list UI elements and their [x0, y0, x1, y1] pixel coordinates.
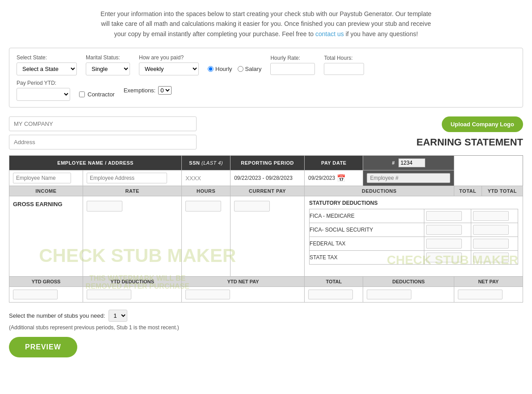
fica-medicare-label: FICA - MEDICARE	[310, 209, 424, 223]
fica-social-ytd[interactable]: 124.00	[473, 225, 509, 235]
preview-button[interactable]: PREVIEW	[9, 337, 77, 357]
employee-num-cell	[363, 170, 454, 186]
fica-social-total[interactable]: 24.80	[426, 225, 462, 235]
hours-input[interactable]: 40	[185, 201, 221, 212]
ssn-cell: XXXX	[182, 170, 230, 186]
statutory-deductions-label: STATUTORY DEDUCTIONS	[309, 200, 518, 206]
salary-radio[interactable]	[238, 66, 243, 72]
stub-count-select[interactable]: 12345	[109, 310, 127, 322]
ytd-deductions-value-cell: 375.50	[83, 287, 182, 303]
state-select[interactable]: Select a State Alabama Alaska California…	[17, 62, 77, 75]
rate-input[interactable]: 10	[87, 201, 122, 212]
state-tax-total[interactable]: 0.00	[426, 253, 462, 262]
deductions-value-cell: 75.10	[363, 287, 454, 303]
employee-info-row: XXXX 09/22/2023 - 09/28/2023 09/29/2023 …	[9, 170, 523, 186]
th-hours: HOURS	[182, 186, 230, 196]
state-tax-ytd[interactable]: 0.00	[473, 253, 509, 262]
ytd-net-pay-value-cell: 1624.50	[182, 287, 305, 303]
marital-select[interactable]: Single Married	[86, 62, 130, 75]
company-inputs	[9, 116, 197, 149]
contractor-label: Contractor	[88, 91, 115, 98]
stub-note: (Additional stubs represent previous per…	[9, 324, 523, 331]
th-rate: RATE	[83, 186, 182, 196]
net-pay-value-cell: 324.90	[454, 287, 523, 303]
employee-num-input[interactable]	[367, 173, 450, 183]
fica-medicare-total[interactable]: 5.80	[426, 211, 462, 221]
ytd-header-row: YTD GROSS YTD DEDUCTIONS YTD NET PAY TOT…	[9, 277, 523, 287]
federal-tax-total[interactable]: 44.50	[426, 239, 462, 249]
pay-period-ytd-group: Pay Period YTD:	[17, 80, 70, 101]
th-ytd-total: YTD TOTAL	[482, 186, 523, 196]
ytd-values-row: 2000.00 375.50 1624.50 400.00 75.10 324.…	[9, 287, 523, 303]
fica-social-label: FICA- SOCIAL SECURITY	[310, 223, 424, 237]
reporting-period-cell: 09/22/2023 - 09/28/2023	[230, 170, 305, 186]
current-pay-cell: 400.00	[230, 196, 305, 277]
th-deductions: DEDUCTIONS	[305, 186, 454, 196]
calendar-icon[interactable]: 📅	[337, 174, 346, 182]
company-address-input[interactable]	[9, 135, 197, 149]
col-ssn: SSN (LAST 4)	[182, 156, 230, 170]
company-section: Upload Company Logo EARNING STATEMENT	[9, 116, 523, 151]
total-header: TOTAL	[305, 277, 363, 287]
employee-address-cell	[83, 170, 182, 186]
hash-number-input[interactable]	[398, 158, 425, 167]
th-current-pay: CURRENT PAY	[230, 186, 305, 196]
marital-label: Marital Status:	[86, 54, 130, 61]
ytd-gross-input[interactable]: 2000.00	[13, 290, 58, 299]
pay-method-label: How are you paid?	[139, 54, 199, 61]
ytd-gross-header: YTD GROSS	[9, 277, 83, 287]
hourly-rate-input[interactable]: 10	[270, 63, 315, 75]
settings-panel: Select State: Select a State Alabama Ala…	[9, 48, 523, 108]
stub-table: EMPLOYEE NAME / ADDRESS SSN (LAST 4) REP…	[9, 155, 523, 303]
col-reporting-period: REPORTING PERIOD	[230, 156, 305, 170]
pay-type-group: Hourly Salary	[208, 66, 261, 72]
fica-social-row: FICA- SOCIAL SECURITY 24.80 124.00	[310, 223, 518, 237]
stub-table-wrapper: EMPLOYEE NAME / ADDRESS SSN (LAST 4) REP…	[9, 155, 523, 303]
salary-radio-label[interactable]: Salary	[238, 66, 262, 72]
hours-cell: 40	[182, 196, 230, 277]
pay-method-field-group: How are you paid? Weekly Bi-Weekly Semi-…	[139, 54, 199, 75]
gross-earning-label-cell: GROSS EARNING	[9, 196, 83, 277]
th-total: TOTAL	[454, 186, 482, 196]
stub-count-row: Select the number of stubs you need: 123…	[9, 310, 523, 322]
federal-tax-label: FEDERAL TAX	[310, 237, 424, 251]
employee-address-input[interactable]	[87, 173, 167, 183]
company-name-input[interactable]	[9, 116, 197, 131]
current-pay-input[interactable]: 400.00	[234, 201, 270, 212]
state-label: Select State:	[17, 54, 77, 61]
upload-logo-button[interactable]: Upload Company Logo	[442, 116, 523, 132]
hourly-rate-label: Hourly Rate:	[270, 55, 315, 61]
income-header-row: INCOME RATE HOURS CURRENT PAY DEDUCTIONS…	[9, 186, 523, 196]
ytd-net-pay-input[interactable]: 1624.50	[185, 290, 230, 299]
deductions-input[interactable]: 75.10	[367, 290, 411, 299]
state-tax-label: STATE TAX	[310, 251, 424, 265]
marital-field-group: Marital Status: Single Married	[86, 54, 130, 75]
fica-medicare-ytd[interactable]: 29.00	[473, 211, 509, 221]
contact-us-link[interactable]: contact us	[315, 30, 344, 37]
federal-tax-row: FEDERAL TAX 44.50 225.50	[310, 237, 518, 251]
fica-medicare-row: FICA - MEDICARE 5.80 29.00	[310, 209, 518, 223]
pay-period-ytd-label: Pay Period YTD:	[17, 80, 70, 86]
hourly-radio[interactable]	[208, 66, 214, 72]
deductions-header: DEDUCTIONS	[363, 277, 454, 287]
ytd-deductions-input[interactable]: 375.50	[87, 290, 131, 299]
stub-count-label: Select the number of stubs you need:	[9, 312, 105, 319]
federal-tax-ytd[interactable]: 225.50	[473, 239, 509, 249]
exemptions-select[interactable]: 0123	[158, 86, 172, 95]
net-pay-input[interactable]: 324.90	[458, 290, 503, 299]
hourly-radio-label[interactable]: Hourly	[208, 66, 232, 72]
pay-period-ytd-select[interactable]	[17, 88, 70, 101]
total-hours-label: Total Hours:	[324, 55, 364, 61]
state-tax-row: STATE TAX 0.00 0.00	[310, 251, 518, 265]
total-hours-field-group: Total Hours: 40	[324, 55, 364, 75]
pay-method-select[interactable]: Weekly Bi-Weekly Semi-Monthly Monthly	[139, 62, 199, 75]
deductions-cell: STATUTORY DEDUCTIONS FICA - MEDICARE 5.8…	[305, 196, 523, 277]
employee-name-input[interactable]	[13, 173, 71, 183]
exemptions-label: Exemptions:	[124, 87, 156, 94]
state-field-group: Select State: Select a State Alabama Ala…	[17, 54, 77, 75]
contractor-checkbox[interactable]	[79, 91, 85, 97]
total-input[interactable]: 400.00	[308, 290, 353, 299]
earning-statement-title: EARNING STATEMENT	[416, 137, 523, 148]
total-hours-input[interactable]: 40	[324, 63, 364, 75]
total-value-cell: 400.00	[305, 287, 363, 303]
